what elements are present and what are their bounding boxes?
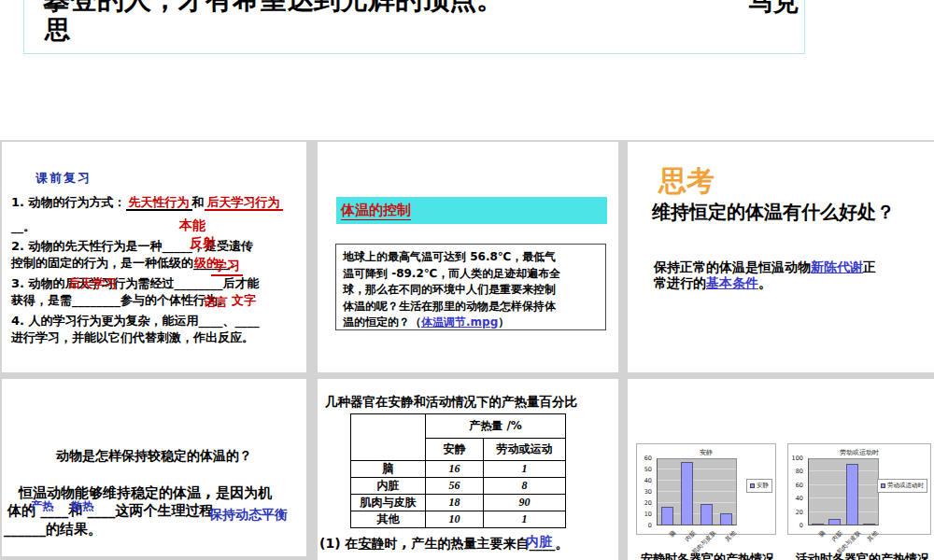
review-answer-overlay-acquired: 后天学习 <box>68 275 117 292</box>
stable-answer-heat-loss: 散热 <box>71 498 93 514</box>
x-label-cell: 其他 <box>861 528 879 553</box>
basic-condition-link[interactable]: 基本条件 <box>706 275 758 290</box>
y-tick-label: 20 <box>644 500 652 507</box>
review-answer-instinct: 本能 <box>179 217 205 234</box>
review-answer-writing: 文字 <box>232 292 256 309</box>
active-value: 8 <box>484 478 566 495</box>
organ-label: 脑 <box>351 461 426 478</box>
bar-chart-rest: 安静 0102030405060 脑内脏肌肉与皮肤其他 安静 <box>636 443 776 535</box>
review-q1-and: 和 <box>192 195 205 209</box>
y-tick-label: 20 <box>796 510 803 516</box>
x-tick-label: 其他 <box>724 529 739 544</box>
table-row: 肌肉与皮肤 18 90 <box>351 495 566 511</box>
organ-label: 肌肉与皮肤 <box>351 495 426 511</box>
chart-title: 劳动或运动时 <box>788 448 930 457</box>
intro-line4: 体温的呢？生活在那里的动物是怎样保持体 <box>343 299 599 315</box>
y-tick-label: 40 <box>644 478 652 484</box>
video-link[interactable]: 体温调节.mpg <box>421 315 498 329</box>
question-underlined: 安静 <box>358 536 384 551</box>
legend-label: 劳动或运动时 <box>887 482 924 490</box>
review-q3-line1: 3. 动物的后天学习行为需经过________后才能 <box>11 275 260 292</box>
organ-label: 其他 <box>351 511 426 528</box>
y-tick-label: 30 <box>644 489 652 496</box>
bars <box>809 459 878 525</box>
think-title: 思考 <box>658 162 715 201</box>
review-q4-line2: 进行学习，并能以它们代替刺激，作出反应。 <box>11 329 254 346</box>
intro-line1: 地球上的最高气温可达到 56.8℃，最低气 <box>343 249 599 266</box>
think-answer-line2-pre: 常进行的 <box>654 275 706 290</box>
slide-thumbnail-heat-table[interactable]: 几种器官在安静和活动情况下的产热量百分比 产热量 /% 安静 劳动或运动 脑 1… <box>318 379 618 560</box>
active-value: 1 <box>484 511 566 528</box>
think-answer: 保持正常的体温是恒温动物新陈代谢正 常进行的基本条件。 <box>654 259 876 291</box>
review-q1-tail: __。 <box>11 218 35 235</box>
y-tick-label: 60 <box>796 483 803 489</box>
slide-thumbnail-intro[interactable]: 体温的控制 地球上的最高气温可达到 56.8℃，最低气 温可降到 -89.2℃，… <box>318 142 618 372</box>
heat-table-title: 几种器官在安静和活动情况下的产热量百分比 <box>325 394 577 411</box>
review-title: 课前复习 <box>35 170 92 187</box>
rest-value: 10 <box>426 511 484 528</box>
think-answer-pre: 保持正常的体温是恒温动物 <box>654 259 811 274</box>
intro-title-bar: 体温的控制 <box>336 197 607 224</box>
y-axis: 020406080100 <box>788 444 806 534</box>
intro-title: 体温的控制 <box>341 202 411 220</box>
plot-area <box>808 458 879 525</box>
y-tick-label: 50 <box>644 467 652 473</box>
table-row: 内脏 56 8 <box>351 478 566 495</box>
slide-thumbnail-review[interactable]: 课前复习 1. 动物的行为方式：先天性行为和后天学习行为 __。 本能 2. 动… <box>2 142 306 372</box>
bar <box>661 507 673 525</box>
review-answer-reflex: 反射 <box>190 235 216 252</box>
slide-sorter-area: 课前复习 1. 动物的行为方式：先天性行为和后天学习行为 __。 本能 2. 动… <box>0 140 934 560</box>
slide-thumbnail-stable-temp[interactable]: 动物是怎样保持较稳定的体温的？ 恒温动物能够维持稳定的体温 , 是因为机 体的 … <box>2 379 306 556</box>
x-label-cell: 脑 <box>808 528 826 553</box>
intro-line5-post: ） <box>498 315 509 329</box>
rest-value: 18 <box>426 495 484 511</box>
heat-table-span-header: 产热量 /% <box>426 414 566 439</box>
review-q3-line2: 获得，是需________参与的个体性行为。 <box>11 292 230 309</box>
think-answer-post: 。 <box>758 275 771 290</box>
x-label-cell: 脑 <box>657 528 677 553</box>
rest-value: 16 <box>426 461 484 478</box>
think-answer-line1: 保持正常的体温是恒温动物新陈代谢正 <box>654 259 876 275</box>
bar <box>812 524 824 525</box>
intro-text-box: 地球上的最高气温可达到 56.8℃，最低气 温可降到 -89.2℃，而人类的足迹… <box>335 244 606 330</box>
chart-legend: 劳动或运动时 <box>877 479 927 493</box>
quote-line1: 攀登的人，才有希望达到光辉的顶点。 <box>43 0 503 19</box>
slide-thumbnail-charts[interactable]: 安静 0102030405060 脑内脏肌肉与皮肤其他 安静 劳动或运动时 02… <box>628 379 934 560</box>
think-answer-line2: 常进行的基本条件。 <box>654 275 876 291</box>
intro-line5: 温的恒定的？（体温调节.mpg） <box>343 315 599 331</box>
y-tick-label: 10 <box>644 511 652 518</box>
intro-line5-pre: 温的恒定的？（ <box>343 315 421 329</box>
bar <box>700 504 713 525</box>
review-answer-learning: 学习 <box>211 258 243 276</box>
quote-attribution: 马克 <box>748 0 799 19</box>
heat-table-answer-viscera: 内脏 <box>526 534 552 551</box>
review-q1-pre: 1. 动物的行为方式： <box>11 195 126 209</box>
stable-line1: 恒温动物能够维持稳定的体温 , 是因为机 <box>19 484 272 502</box>
think-answer-mid: 正 <box>863 259 876 274</box>
active-value: 1 <box>484 461 566 478</box>
quote-attribution-wrap: 思 <box>45 13 70 47</box>
bar <box>681 462 693 525</box>
heat-table: 产热量 /% 安静 劳动或运动 脑 16 1 内脏 56 8 肌肉与皮肤 18 … <box>350 413 566 528</box>
bars <box>658 459 736 525</box>
review-q4-line1: 4. 人的学习行为更为复杂，能运用____、____ <box>11 313 260 329</box>
heat-table-corner-cell <box>351 414 426 439</box>
plot-area <box>657 458 737 525</box>
chart-title: 安静 <box>637 448 775 457</box>
legend-label: 安静 <box>757 482 769 490</box>
slide-thumbnail-think[interactable]: 思考 维持恒定的体温有什么好处？ 保持正常的体温是恒温动物新陈代谢正 常进行的基… <box>628 142 934 372</box>
x-label-cell: 其他 <box>717 528 738 553</box>
chart-legend: 安静 <box>746 479 772 493</box>
active-value: 90 <box>484 495 566 511</box>
heat-table-col-rest: 安静 <box>426 439 484 461</box>
review-answer-innate: 先天性行为 <box>126 195 192 211</box>
y-tick-label: 60 <box>644 455 652 462</box>
heat-table-header-row2: 安静 劳动或运动 <box>351 439 566 461</box>
legend-swatch-icon <box>750 483 755 488</box>
bar <box>720 513 732 525</box>
slide-thumbnail-quote[interactable]: 攀登的人，才有希望达到光辉的顶点。 马克 思 <box>23 0 805 54</box>
caption-rest: 安静时各器官的产热情况 <box>641 551 774 560</box>
table-row: 其他 10 1 <box>351 511 566 528</box>
metabolism-link[interactable]: 新陈代谢 <box>811 259 863 274</box>
x-label-cell: 肌肉与皮肤 <box>697 528 717 553</box>
